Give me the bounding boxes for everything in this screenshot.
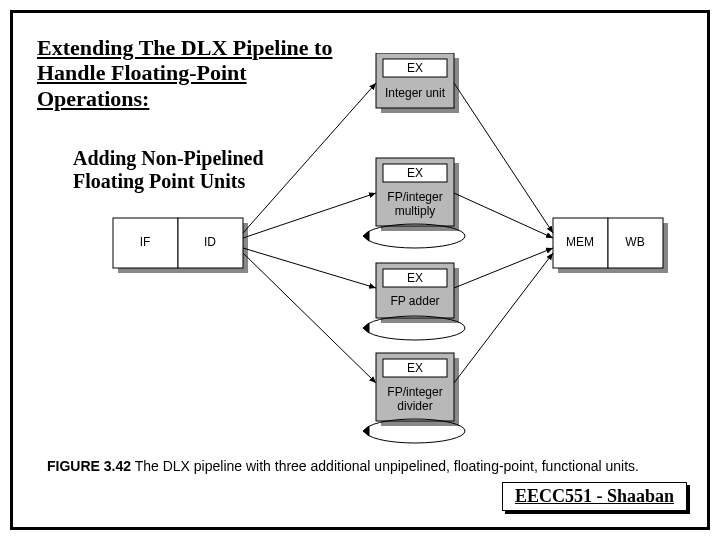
ex-label-div: EX [407,361,423,375]
pipeline-diagram: IF ID MEM WB EX Integer unit EX FP/integ… [73,53,673,453]
stage-id: ID [204,235,216,249]
ex-label-int: EX [407,61,423,75]
unit-div-2: divider [397,399,432,413]
svg-line-28 [454,253,553,383]
svg-line-21 [243,83,376,233]
svg-line-23 [243,248,376,288]
svg-line-22 [243,193,376,238]
unit-integer: Integer unit [385,86,446,100]
unit-mul-1: FP/integer [387,190,442,204]
stage-mem: MEM [566,235,594,249]
stage-if: IF [140,235,151,249]
figure-caption: FIGURE 3.42 The DLX pipeline with three … [47,457,687,475]
ex-label-add: EX [407,271,423,285]
caption-text: The DLX pipeline with three additional u… [131,458,639,474]
unit-mul-2: multiply [395,204,436,218]
footer-badge: EECC551 - Shaaban [502,482,687,511]
caption-figure-number: FIGURE 3.42 [47,458,131,474]
ex-label-mul: EX [407,166,423,180]
svg-line-26 [454,193,553,238]
svg-line-27 [454,248,553,288]
svg-line-24 [243,253,376,383]
stage-wb: WB [625,235,644,249]
slide-frame: Extending The DLX Pipeline to Handle Flo… [10,10,710,530]
unit-adder: FP adder [390,294,439,308]
unit-div-1: FP/integer [387,385,442,399]
svg-line-25 [454,83,553,233]
